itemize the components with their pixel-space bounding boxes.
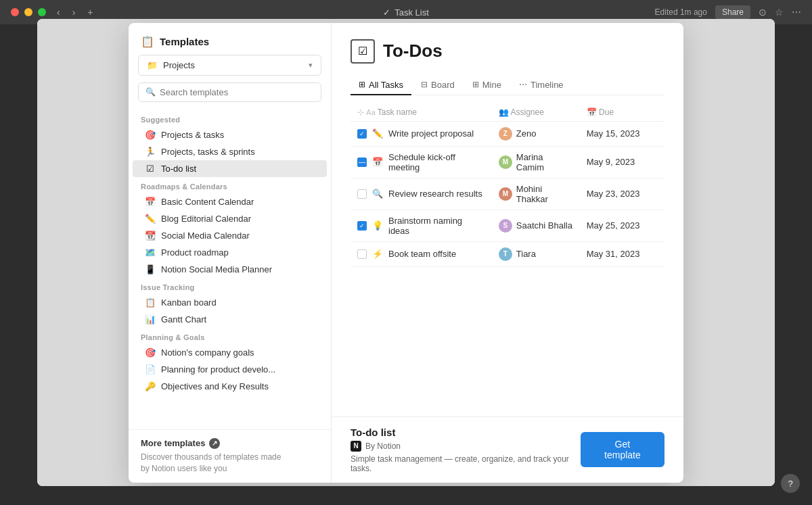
content-area: ☑ To-Dos ⊞ All Tasks ⊟ Board (332, 23, 683, 483)
tab-all-tasks[interactable]: ⊞ All Tasks (351, 76, 411, 95)
th-due: 📅 Due (580, 103, 649, 122)
gantt-icon: 📊 (145, 314, 156, 324)
goals-icon: 🎯 (145, 347, 156, 358)
nav-label-company-goals: Notion's company goals (161, 347, 254, 358)
pencil-icon: ✏️ (145, 214, 156, 224)
sidebar-item-todo-list[interactable]: ☑ To-do list (133, 160, 327, 177)
more-templates-header: More templates ↗ (141, 438, 319, 449)
close-button[interactable] (11, 8, 19, 16)
share-button[interactable]: Share (715, 5, 750, 19)
nav-label-blog-calendar: Blog Editorial Calendar (161, 214, 251, 224)
th-action (649, 103, 664, 122)
sidebar-item-blog-calendar[interactable]: ✏️ Blog Editorial Calendar (133, 210, 327, 227)
more-templates-badge[interactable]: ↗ (209, 438, 220, 449)
help-button[interactable]: ? (781, 474, 800, 493)
templates-header-icon: 📋 (141, 35, 154, 48)
avatar-0: Z (499, 127, 512, 141)
table-row: 🔍 Review research results M Mohini Thakk… (351, 178, 664, 210)
modal-overlay: 📋 Templates 📁 Projects ▾ 🔍 Sugg (37, 19, 775, 486)
get-template-button[interactable]: Get template (581, 432, 664, 467)
sidebar-item-social-planner[interactable]: 📱 Notion Social Media Planner (133, 261, 327, 278)
tasks-table: ⊹ Aa Task name 👥 Assignee 📅 (351, 103, 664, 267)
user-icon[interactable]: ⊙ (759, 7, 767, 18)
dropdown-label: Projects (163, 60, 303, 70)
search-input[interactable] (160, 87, 314, 97)
section-label-roadmaps: Roadmaps & Calendars (129, 177, 331, 193)
bottom-bar: To-do list N By Notion Simple task manag… (332, 416, 683, 483)
assignee-name-4: Tiara (516, 249, 536, 259)
titlebar-right: Edited 1m ago Share ⊙ ☆ ⋯ (655, 5, 801, 19)
more-templates-desc-line2: by Notion users like you (141, 464, 227, 473)
tabs-row: ⊞ All Tasks ⊟ Board ⊞ Mine ⋯ (351, 76, 664, 95)
board-icon: ⊟ (421, 80, 428, 89)
th-task: ⊹ Aa Task name (351, 103, 492, 122)
avatar-1: M (499, 155, 512, 169)
back-button[interactable]: ‹ (54, 5, 63, 19)
by-label: By Notion (365, 441, 401, 451)
main-window: 📋 Templates 📁 Projects ▾ 🔍 Sugg (37, 19, 775, 486)
sidebar-header: 📋 Templates (129, 23, 331, 55)
due-date-2: May 23, 2023 (587, 189, 640, 199)
bottom-by: N By Notion (351, 441, 581, 452)
sidebar-item-gantt[interactable]: 📊 Gantt Chart (133, 311, 327, 328)
due-date-4: May 31, 2023 (587, 249, 640, 259)
table-row: ✓ ✏️ Write project proposal Z Zeno May 1… (351, 121, 664, 146)
task-checkbox-4[interactable] (357, 249, 367, 259)
sidebar-item-projects-sprints[interactable]: 🏃 Projects, tasks & sprints (133, 143, 327, 160)
due-cell-1: May 9, 2023 (580, 146, 649, 178)
sidebar-item-company-goals[interactable]: 🎯 Notion's company goals (133, 344, 327, 361)
action-cell-3 (649, 210, 664, 241)
star-icon[interactable]: ☆ (775, 7, 784, 18)
sidebar-item-projects-tasks[interactable]: 🎯 Projects & tasks (133, 126, 327, 143)
nav-label-gantt: Gantt Chart (161, 314, 206, 324)
nav-label-projects-sprints: Projects, tasks & sprints (161, 147, 255, 157)
task-checkbox-2[interactable] (357, 189, 367, 199)
task-cell-0: ✓ ✏️ Write project proposal (351, 121, 492, 146)
preview-title: To-Dos (383, 41, 443, 62)
table-row: — 📅 Schedule kick-off meeting M Marina C… (351, 146, 664, 178)
kanban-icon: 📋 (145, 297, 156, 308)
sidebar-item-product-roadmap[interactable]: 🗺️ Product roadmap (133, 244, 327, 261)
tab-mine[interactable]: ⊞ Mine (464, 76, 510, 95)
nav-label-product-roadmap: Product roadmap (161, 247, 229, 258)
th-task-label: Task name (378, 107, 417, 117)
sidebar-item-product-planning[interactable]: 📄 Planning for product develo... (133, 361, 327, 378)
assignee-name-0: Zeno (516, 128, 537, 139)
section-label-planning: Planning & Goals (129, 328, 331, 344)
new-page-button[interactable]: + (85, 5, 95, 19)
sidebar-footer: More templates ↗ Discover thousands of t… (129, 429, 331, 483)
assignee-cell-0: Z Zeno (492, 121, 580, 146)
forward-button[interactable]: › (70, 5, 78, 19)
sidebar-item-kanban[interactable]: 📋 Kanban board (133, 294, 327, 311)
sidebar-item-social-calendar[interactable]: 📆 Social Media Calendar (133, 227, 327, 244)
tab-board-label: Board (431, 80, 455, 90)
fullscreen-button[interactable] (38, 8, 46, 16)
sidebar-nav: Suggested 🎯 Projects & tasks 🏃 Projects,… (129, 110, 331, 429)
avatar-4: T (499, 247, 512, 261)
due-calendar-icon: 📅 (587, 107, 597, 117)
nav-label-kanban: Kanban board (161, 297, 217, 308)
task-checkbox-0[interactable]: ✓ (357, 129, 367, 139)
sidebar-item-basic-calendar[interactable]: 📅 Basic Content Calendar (133, 193, 327, 210)
task-checkbox-3[interactable]: ✓ (357, 221, 367, 231)
task-name-0: Write project proposal (388, 128, 474, 139)
preview-title-icon: ☑ (351, 39, 375, 64)
minimize-button[interactable] (24, 8, 32, 16)
timeline-icon: ⋯ (519, 80, 527, 89)
tab-board[interactable]: ⊟ Board (413, 76, 463, 95)
target-icon: 🎯 (145, 130, 156, 140)
edited-status: Edited 1m ago (655, 7, 707, 17)
doc-icon: 📄 (145, 364, 156, 375)
task-cell-2: 🔍 Review research results (351, 178, 492, 210)
due-cell-4: May 31, 2023 (580, 241, 649, 266)
traffic-lights (11, 8, 46, 16)
due-date-1: May 9, 2023 (587, 157, 635, 167)
tab-timeline[interactable]: ⋯ Timeline (511, 76, 572, 95)
search-box: 🔍 (138, 82, 321, 102)
task-checkbox-1[interactable]: — (357, 158, 367, 167)
category-dropdown[interactable]: 📁 Projects ▾ (138, 55, 321, 76)
due-cell-2: May 23, 2023 (580, 178, 649, 210)
search-icon: 🔍 (145, 87, 156, 97)
sidebar-item-okr[interactable]: 🔑 Objectives and Key Results (133, 378, 327, 395)
more-icon[interactable]: ⋯ (792, 7, 801, 18)
